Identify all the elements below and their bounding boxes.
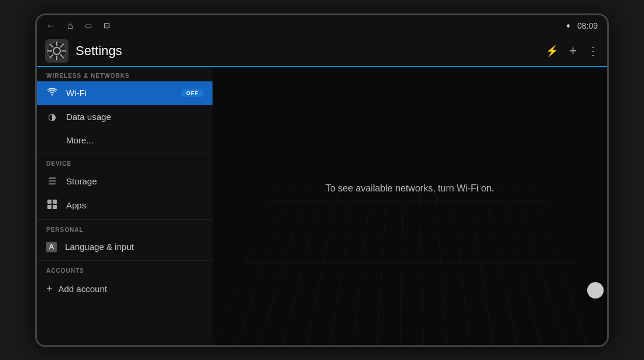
language-icon: A [46, 242, 57, 252]
screen: ← ⌂ ▭ ⊡ ♦ 08:09 [37, 15, 607, 345]
more-label: More... [66, 135, 203, 145]
storage-label: Storage [66, 176, 203, 186]
storage-icon: ☰ [46, 176, 58, 187]
sidebar-item-add-account[interactable]: + Add account [37, 276, 213, 301]
home-button[interactable]: ⌂ [67, 20, 73, 31]
scroll-indicator[interactable] [587, 282, 604, 299]
nav-buttons: ← ⌂ ▭ ⊡ [46, 20, 110, 31]
time-display: 08:09 [577, 21, 598, 30]
mic-label: MIC [35, 188, 36, 195]
language-label: Language & input [65, 242, 203, 252]
apps-label: Apps [66, 200, 203, 210]
add-icon[interactable]: + [569, 43, 577, 59]
add-account-label: Add account [59, 284, 107, 294]
app-icon [45, 39, 68, 63]
right-panel: To see available networks, turn Wi-Fi on… [213, 67, 607, 345]
app-title: Settings [76, 43, 546, 59]
add-account-plus-icon: + [46, 283, 53, 295]
section-personal: PERSONAL [37, 221, 213, 235]
status-right: ♦ 08:09 [566, 21, 598, 30]
sidebar: WIRELESS & NETWORKS Wi-Fi OFF [37, 67, 213, 345]
device-frame: RES TF MIC ← ⌂ ▭ ⊡ ♦ 08:09 [35, 13, 609, 347]
svg-rect-11 [53, 200, 57, 204]
data-usage-icon: ◑ [46, 111, 58, 122]
sidebar-item-wifi[interactable]: Wi-Fi OFF [37, 81, 213, 105]
sidebar-item-data-usage[interactable]: ◑ Data usage [37, 105, 213, 129]
data-usage-label: Data usage [66, 112, 203, 122]
header-actions: ⚡ + ⋮ [546, 43, 599, 59]
divider-2 [37, 219, 213, 220]
sidebar-item-language[interactable]: A Language & input [37, 235, 213, 259]
apps-icon [46, 200, 58, 211]
status-bar: ← ⌂ ▭ ⊡ ♦ 08:09 [37, 15, 607, 36]
section-device: DEVICE [37, 155, 213, 169]
svg-rect-12 [47, 205, 52, 209]
tf-label: TF [35, 135, 36, 139]
recents-button[interactable]: ▭ [85, 21, 92, 30]
svg-rect-10 [47, 200, 52, 204]
wifi-toggle[interactable]: OFF [181, 89, 203, 97]
sidebar-item-apps[interactable]: Apps [37, 193, 213, 218]
back-button[interactable]: ← [46, 20, 56, 31]
wifi-icon [46, 88, 58, 98]
svg-rect-13 [53, 205, 57, 209]
flash-icon[interactable]: ⚡ [546, 44, 559, 57]
res-label: RES [35, 114, 36, 121]
divider-1 [37, 153, 213, 153]
section-wireless: WIRELESS & NETWORKS [37, 67, 213, 81]
grid-background [213, 181, 607, 345]
sidebar-item-storage[interactable]: ☰ Storage [37, 169, 213, 193]
location-icon: ♦ [566, 21, 570, 30]
main-content: WIRELESS & NETWORKS Wi-Fi OFF [37, 67, 607, 345]
wifi-label: Wi-Fi [66, 88, 173, 98]
sidebar-item-more[interactable]: More... [37, 129, 213, 152]
more-icon[interactable]: ⋮ [587, 44, 599, 58]
app-header: Settings ⚡ + ⋮ [37, 36, 607, 67]
menu-button[interactable]: ⊡ [104, 21, 110, 30]
divider-3 [37, 260, 213, 260]
section-accounts: ACCOUNTS [37, 262, 213, 276]
wifi-off-message: To see available networks, turn Wi-Fi on… [326, 183, 494, 194]
